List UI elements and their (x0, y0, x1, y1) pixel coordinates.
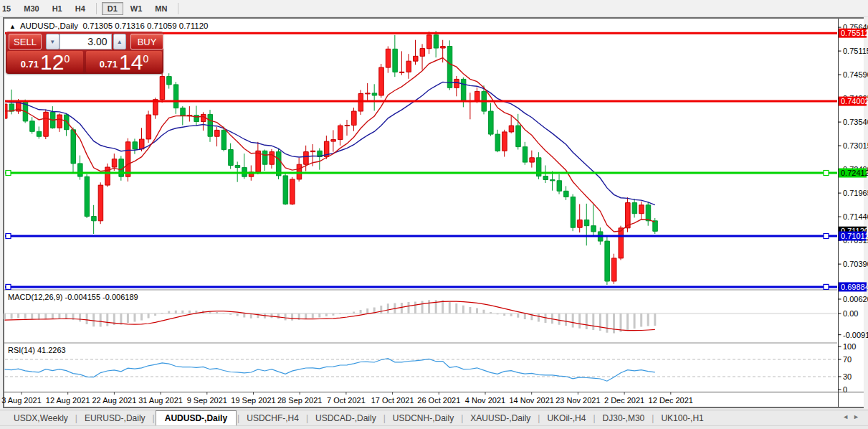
svg-text:31 Aug 2021: 31 Aug 2021 (138, 396, 183, 405)
chart-tab-usdcnh-[interactable]: USDCNH-,Daily (386, 411, 460, 425)
sell-price-big: 12 (40, 53, 64, 72)
buy-price-prefix: 0.71 (100, 59, 118, 70)
svg-text:0.73015: 0.73015 (843, 141, 868, 150)
chart-tab-dj30-[interactable]: DJ30-,M30 (596, 411, 652, 425)
svg-text:4 Nov 2021: 4 Nov 2021 (465, 396, 505, 405)
chart-title: ▲AUDUSD-,Daily 0.71305 0.71316 0.71059 0… (9, 22, 208, 30)
level-handle (6, 284, 11, 289)
volume-increase-button[interactable]: ▲ (113, 34, 127, 50)
svg-text:14 Nov 2021: 14 Nov 2021 (510, 396, 554, 405)
tab-scroll-arrows: ◄► (842, 413, 864, 420)
svg-text:23 Nov 2021: 23 Nov 2021 (555, 396, 600, 405)
svg-text:9 Sep 2021: 9 Sep 2021 (187, 396, 227, 405)
svg-text:30: 30 (843, 372, 852, 381)
chart-tab-uk100-[interactable]: UK100-,H1 (654, 411, 710, 425)
svg-text:0.73540: 0.73540 (843, 118, 868, 126)
svg-text:22 Aug 2021: 22 Aug 2021 (92, 396, 137, 405)
chart-background (4, 19, 864, 407)
status-bar (0, 425, 868, 429)
svg-text:0.74002: 0.74002 (841, 97, 868, 105)
chart-ohlc-values: 0.71305 0.71316 0.71059 0.71120 (82, 22, 208, 30)
svg-text:0.70390: 0.70390 (843, 260, 868, 268)
svg-text:70: 70 (843, 355, 852, 364)
svg-text:100: 100 (843, 342, 856, 351)
chart-tab-usdchf-[interactable]: USDCHF-,H4 (240, 411, 305, 425)
buy-price-sup: 0 (143, 55, 148, 63)
buy-price-tile[interactable]: 0.71 14 0 (86, 51, 162, 72)
level-handle (824, 234, 829, 239)
sell-price-prefix: 0.71 (21, 59, 39, 70)
chart-symbol-period: AUDUSD-,Daily (20, 22, 78, 30)
svg-text:3 Aug 2021: 3 Aug 2021 (1, 396, 42, 405)
chart-tab-audusd-[interactable]: AUDUSD-,Daily (156, 410, 237, 425)
chart-tab-usdcad-[interactable]: USDCAD-,Daily (309, 411, 383, 425)
chart-tab-xauusd-[interactable]: XAUUSD-,Daily (464, 411, 537, 425)
collapse-panel-icon[interactable]: ▲ (9, 23, 16, 30)
arrow-up-icon: ▲ (117, 39, 123, 45)
tab-scroll-right-button[interactable]: ► (853, 413, 864, 420)
svg-text:26 Oct 2021: 26 Oct 2021 (417, 396, 460, 405)
svg-text:0: 0 (843, 385, 847, 394)
svg-text:-0.009197: -0.009197 (843, 331, 868, 339)
svg-text:2 Dec 2021: 2 Dec 2021 (604, 396, 644, 405)
svg-text:12 Dec 2021: 12 Dec 2021 (649, 396, 693, 405)
svg-text:28 Sep 2021: 28 Sep 2021 (277, 396, 322, 405)
svg-text:17 Oct 2021: 17 Oct 2021 (371, 396, 414, 405)
svg-text:0.71440: 0.71440 (843, 212, 868, 221)
chart-tab-ukoil-[interactable]: UKOil-,H4 (540, 411, 592, 425)
svg-text:0.72412: 0.72412 (841, 169, 868, 177)
level-handle (824, 171, 829, 176)
svg-text:0.74590: 0.74590 (843, 70, 868, 79)
sell-button[interactable]: SELL (9, 34, 42, 50)
svg-text:0.75512: 0.75512 (841, 29, 868, 37)
level-handle (6, 171, 11, 176)
buy-button[interactable]: BUY (130, 34, 163, 50)
svg-text:0.75115: 0.75115 (843, 47, 868, 55)
volume-input[interactable] (59, 34, 112, 50)
one-click-trading-panel: SELL ▼ ▲ BUY 0.71 12 0 0.71 14 0 (6, 32, 163, 74)
svg-text:0.006201: 0.006201 (843, 295, 868, 303)
svg-text:0.00: 0.00 (843, 309, 858, 318)
macd-indicator-label: MACD(12,26,9) -0.004155 -0.006189 (8, 293, 138, 301)
svg-text:12 Aug 2021: 12 Aug 2021 (46, 396, 90, 405)
svg-text:0.69884: 0.69884 (841, 283, 868, 291)
volume-decrease-button[interactable]: ▼ (46, 34, 59, 50)
chart-tab-eurusd-[interactable]: EURUSD-,Daily (78, 411, 152, 425)
sell-price-sup: 0 (64, 55, 70, 63)
svg-text:0.71965: 0.71965 (843, 189, 868, 197)
arrow-down-icon: ▼ (49, 39, 55, 45)
mt4-terminal: { "toolbar": {"timeframes": ["15","M30",… (0, 0, 868, 429)
svg-text:7 Oct 2021: 7 Oct 2021 (327, 396, 366, 405)
svg-text:0.71012: 0.71012 (841, 232, 868, 240)
chart-tab-usdx[interactable]: USDX,Weekly (7, 411, 75, 425)
level-handle (824, 284, 829, 289)
sell-price-tile[interactable]: 0.71 12 0 (7, 51, 83, 72)
chart-tab-bar: USDX,Weekly|EURUSD-,Daily|AUDUSD-,Daily|… (0, 410, 868, 426)
svg-text:19 Sep 2021: 19 Sep 2021 (231, 396, 275, 405)
level-handle (6, 234, 11, 239)
rsi-indicator-label: RSI(14) 41.2263 (8, 346, 66, 354)
tab-scroll-left-button[interactable]: ◄ (842, 413, 853, 420)
buy-price-big: 14 (119, 53, 143, 72)
